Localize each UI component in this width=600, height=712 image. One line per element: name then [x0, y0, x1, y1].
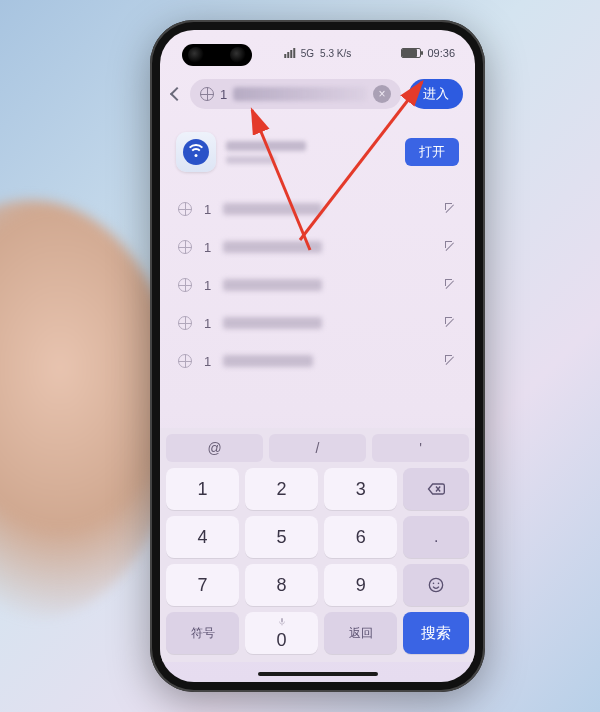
key-slash[interactable]: /: [269, 434, 366, 462]
address-input[interactable]: 1 ×: [190, 79, 401, 109]
svg-point-2: [438, 583, 440, 585]
fill-arrow-icon[interactable]: [445, 279, 457, 291]
history-text-blurred: [223, 355, 313, 367]
microphone-icon: [276, 616, 288, 628]
key-2[interactable]: 2: [245, 468, 318, 510]
key-8[interactable]: 8: [245, 564, 318, 606]
globe-icon: [178, 354, 192, 368]
svg-point-1: [433, 583, 435, 585]
key-0[interactable]: 0: [245, 612, 318, 654]
backspace-icon: [426, 479, 446, 499]
clear-input-button[interactable]: ×: [373, 85, 391, 103]
key-7[interactable]: 7: [166, 564, 239, 606]
history-list: 1 1 1 1: [160, 190, 475, 380]
history-prefix: 1: [204, 354, 211, 369]
history-text-blurred: [223, 279, 322, 291]
globe-icon: [178, 240, 192, 254]
symbols-key[interactable]: 符号: [166, 612, 239, 654]
key-4[interactable]: 4: [166, 516, 239, 558]
history-item[interactable]: 1: [160, 266, 475, 304]
key-6[interactable]: 6: [324, 516, 397, 558]
app-suggestion-row[interactable]: 打开: [160, 124, 475, 180]
svg-rect-3: [281, 618, 283, 623]
key-at[interactable]: @: [166, 434, 263, 462]
history-prefix: 1: [204, 316, 211, 331]
address-text-blurred: [233, 87, 367, 101]
history-item[interactable]: 1: [160, 190, 475, 228]
history-prefix: 1: [204, 202, 211, 217]
fill-arrow-icon[interactable]: [445, 317, 457, 329]
globe-icon: [200, 87, 214, 101]
return-key[interactable]: 返回: [324, 612, 397, 654]
network-label: 5G: [301, 48, 314, 59]
key-apostrophe[interactable]: ': [372, 434, 469, 462]
open-app-button[interactable]: 打开: [405, 138, 459, 166]
globe-icon: [178, 202, 192, 216]
key-dot[interactable]: .: [403, 516, 469, 558]
key-9[interactable]: 9: [324, 564, 397, 606]
key-1[interactable]: 1: [166, 468, 239, 510]
history-text-blurred: [223, 241, 322, 253]
phone-screen: 5G 5.3 K/s 09:36 1 × 进入 打开: [160, 30, 475, 682]
clock: 09:36: [427, 47, 455, 59]
globe-icon: [178, 278, 192, 292]
address-text: 1: [220, 87, 227, 102]
fill-arrow-icon[interactable]: [445, 203, 457, 215]
key-3[interactable]: 3: [324, 468, 397, 510]
back-button[interactable]: [170, 87, 184, 101]
signal-icon: [284, 48, 295, 58]
history-text-blurred: [223, 203, 322, 215]
key-5[interactable]: 5: [245, 516, 318, 558]
history-text-blurred: [223, 317, 322, 329]
backspace-key[interactable]: [403, 468, 469, 510]
emoji-key[interactable]: [403, 564, 469, 606]
history-item[interactable]: 1: [160, 304, 475, 342]
history-prefix: 1: [204, 278, 211, 293]
address-bar-row: 1 × 进入: [160, 74, 475, 114]
status-bar: 5G 5.3 K/s 09:36: [160, 40, 475, 66]
fill-arrow-icon[interactable]: [445, 355, 457, 367]
gesture-bar: [258, 672, 378, 676]
wifi-app-icon: [176, 132, 216, 172]
keyboard-suggestion-row: @ / ': [166, 434, 469, 462]
fill-arrow-icon[interactable]: [445, 241, 457, 253]
enter-button[interactable]: 进入: [409, 79, 463, 109]
phone-frame: 5G 5.3 K/s 09:36 1 × 进入 打开: [150, 20, 485, 692]
search-key[interactable]: 搜索: [403, 612, 469, 654]
battery-icon: [401, 48, 421, 58]
emoji-icon: [426, 575, 446, 595]
app-suggestion-text: [226, 141, 395, 164]
net-speed: 5.3 K/s: [320, 48, 351, 59]
history-prefix: 1: [204, 240, 211, 255]
svg-point-0: [429, 578, 442, 591]
history-item[interactable]: 1: [160, 342, 475, 380]
wifi-icon: [183, 139, 209, 165]
status-center: 5G 5.3 K/s: [284, 48, 351, 59]
globe-icon: [178, 316, 192, 330]
numeric-keyboard: @ / ' 1 2 3 4 5 6 . 7 8 9: [160, 428, 475, 662]
history-item[interactable]: 1: [160, 228, 475, 266]
